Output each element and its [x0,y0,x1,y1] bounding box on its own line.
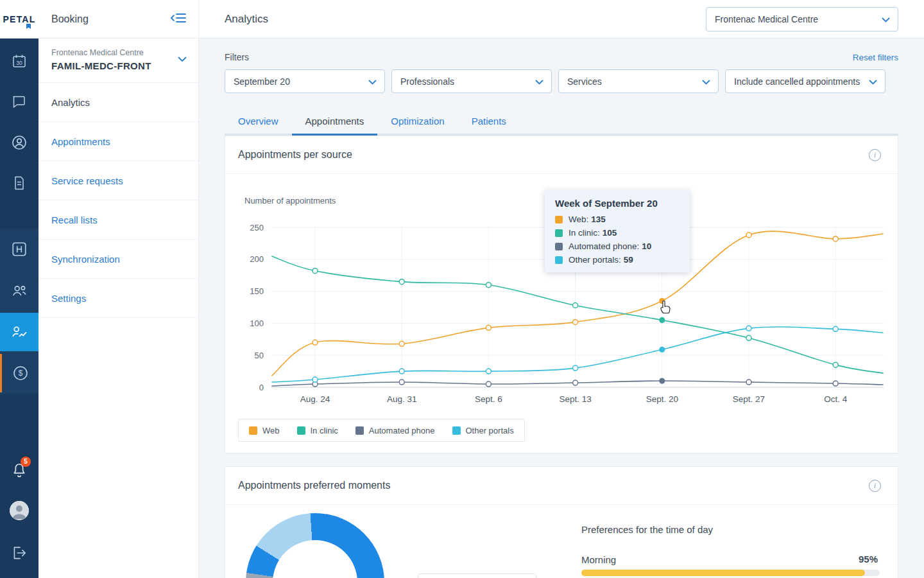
legend-item-web[interactable]: Web [249,426,280,435]
logout-icon[interactable] [0,534,38,572]
morning-label: Morning [581,554,616,565]
svg-text:Sept. 6: Sept. 6 [475,394,502,404]
in-clinic-swatch [297,426,305,435]
petal-flag-icon [26,24,31,30]
tooltip-value: 135 [591,215,606,224]
svg-text:Aug. 24: Aug. 24 [300,394,330,404]
legend-label: In clinic [311,426,338,435]
svg-text:Sept. 13: Sept. 13 [559,394,591,404]
in-clinic-swatch [555,229,563,237]
web-swatch [249,426,257,435]
tooltip-row-other-portals: Other portals:59 [555,255,680,265]
date-filter-dropdown[interactable]: September 20 [225,69,385,93]
icon-rail: 30 [0,39,38,578]
svg-text:250: 250 [250,223,264,232]
professionals-filter-value: Professionals [400,76,454,87]
filters-row: September 20 Professionals Services Incl… [225,69,898,93]
info-icon[interactable]: i [869,149,881,161]
chevron-down-icon [882,17,890,22]
web-swatch [555,216,563,223]
tab-overview[interactable]: Overview [225,109,292,136]
messages-icon[interactable] [0,83,38,121]
product-name: Booking [51,13,170,25]
cursor-hand-icon [659,300,672,315]
clinic-dropdown[interactable]: Frontenac Medical Centre [706,7,898,31]
chevron-down-icon [535,80,543,85]
sidebar-item-appointments[interactable]: Appointments [38,122,198,161]
page-title: Analytics [225,13,268,26]
card-header: Appointments preferred moments i [225,467,898,505]
cancelled-filter-dropdown[interactable]: Include cancelled appointments [725,69,886,93]
svg-text:0: 0 [259,383,264,392]
svg-text:Sept. 27: Sept. 27 [733,394,765,404]
preferred-moments-body: Preferences for the time of day Morning … [225,505,898,578]
services-filter-dropdown[interactable]: Services [558,69,719,93]
line-chart-area: Number of appointments 050100150200250Au… [225,174,898,419]
automated-phone-swatch [555,243,563,250]
time-of-day-title: Preferences for the time of day [581,524,713,535]
profile-icon[interactable] [0,123,38,162]
clinic-code: FAMIL-MEDC-FRONT [51,60,185,71]
chart-legend: Web In clinic Automated phone Other port… [238,419,525,442]
sidebar-item-service-requests[interactable]: Service requests [38,161,198,200]
tooltip-row-automated-phone: Automated phone:10 [555,241,680,251]
avatar-image [10,501,29,520]
petal-logo: PETAL [0,13,38,25]
card-header: Appointments per source i [225,136,898,174]
documents-icon[interactable] [0,164,38,202]
morning-progress-track [581,570,880,576]
tooltip-label: Other portals: [569,255,621,265]
svg-text:Oct. 4: Oct. 4 [824,394,848,404]
sidebar-item-recall-lists[interactable]: Recall lists [38,200,198,240]
tab-appointments[interactable]: Appointments [292,109,378,136]
legend-item-automated-phone[interactable]: Automated phone [355,426,435,435]
legend-item-other-portals[interactable]: Other portals [452,426,514,435]
reset-filters-link[interactable]: Reset filters [853,53,898,62]
topbar: Analytics Frontenac Medical Centre [199,0,924,39]
user-avatar[interactable] [0,491,38,530]
info-icon[interactable]: i [869,480,881,492]
tooltip-title: Week of September 20 [555,198,680,209]
svg-text:30: 30 [16,60,22,66]
tooltip-label: Web: [569,215,588,224]
filters-label: Filters [225,52,249,62]
sidebar-item-analytics[interactable]: Analytics [38,83,198,122]
sidebar-item-synchronization[interactable]: Synchronization [38,240,198,279]
svg-text:100: 100 [250,319,264,328]
notifications-bell-icon[interactable]: 5 [0,451,38,489]
content: Filters Reset filters September 20 Profe… [199,52,924,578]
legend-item-in-clinic[interactable]: In clinic [297,426,338,435]
billing-icon[interactable]: $ [0,354,38,392]
analytics-module-icon[interactable] [0,313,38,351]
tooltip-value: 10 [642,241,651,251]
card-title: Appointments preferred moments [238,480,390,491]
calendar-icon[interactable]: 30 [0,42,38,80]
clinic-name: Frontenac Medical Centre [51,48,185,57]
morning-progress-fill [581,570,865,576]
tab-patients[interactable]: Patients [458,109,520,136]
clinic-selector[interactable]: Frontenac Medical Centre FAMIL-MEDC-FRON… [38,39,198,83]
professionals-filter-dropdown[interactable]: Professionals [391,69,552,93]
sidebar-collapse-icon[interactable] [170,12,187,26]
svg-text:200: 200 [250,254,264,264]
automated-phone-swatch [355,426,364,435]
preferred-moments-card: Appointments preferred moments i Prefere… [225,466,898,578]
cancelled-filter-value: Include cancelled appointments [734,76,860,87]
tooltip-value: 105 [603,228,617,238]
legend-label: Web [262,426,280,435]
tab-optimization[interactable]: Optimization [377,109,458,136]
other-portals-swatch [555,256,563,264]
team-icon[interactable] [0,271,38,310]
sidebar-item-settings[interactable]: Settings [38,279,198,318]
other-portals-swatch [452,426,461,435]
chart-tooltip: Week of September 20 Web:135 In clinic:1… [545,189,690,272]
analytics-tabs: Overview Appointments Optimization Patie… [225,109,898,136]
clinic-dropdown-value: Frontenac Medical Centre [715,14,818,24]
chevron-down-icon [869,80,877,85]
hospital-icon[interactable] [0,230,38,268]
card-title: Appointments per source [238,149,352,161]
preferred-moments-donut-chart[interactable] [246,513,384,578]
donut-legend-box [418,574,536,578]
svg-text:50: 50 [255,351,264,360]
tooltip-label: Automated phone: [569,241,639,251]
